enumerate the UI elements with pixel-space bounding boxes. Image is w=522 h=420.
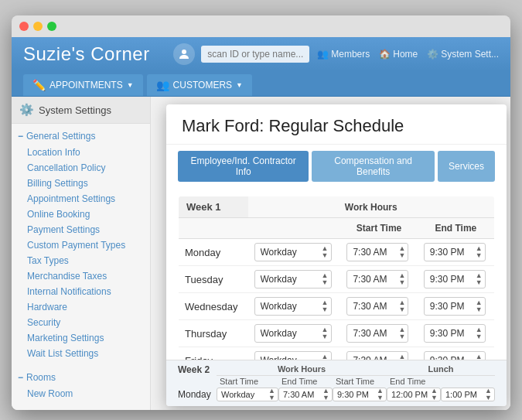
close-button[interactable] xyxy=(19,22,29,31)
friday-start-wrap: 7:30 AM ▲▼ xyxy=(346,351,408,360)
monday-label: Monday xyxy=(179,239,248,266)
sidebar-item-waitlist[interactable]: Wait List Settings xyxy=(12,346,150,361)
sidebar-item-appointment[interactable]: Appointment Settings xyxy=(12,191,150,207)
week2-end-cell: 9:30 PM ▲▼ xyxy=(333,387,387,402)
sidebar-item-notifications[interactable]: Internal Notifications xyxy=(12,284,150,299)
members-link[interactable]: 👥 Members xyxy=(317,49,370,60)
week2-bar: Week 2 Work Hours Lunch xyxy=(166,360,507,406)
week2-wh-start-header: Start Time xyxy=(217,376,278,388)
table-row: Wednesday Workday ▲▼ xyxy=(179,293,495,320)
maximize-button[interactable] xyxy=(47,22,56,31)
table-row: Tuesday Workday ▲▼ xyxy=(179,266,495,293)
gear-icon: ⚙️ xyxy=(19,103,34,117)
sidebar-item-marketing[interactable]: Marketing Settings xyxy=(12,330,150,346)
tuesday-end-wrap: 9:30 PM ▲▼ xyxy=(424,270,486,289)
week2-type-select[interactable]: Workday xyxy=(217,388,278,401)
thursday-end-select[interactable]: 9:30 PM xyxy=(424,324,486,343)
week2-start-select[interactable]: 7:30 AM xyxy=(278,388,333,401)
week2-lunch-start-select[interactable]: 12:00 PM xyxy=(387,388,441,401)
start-time-header: Start Time xyxy=(340,218,417,239)
sidebar-item-custom-payment[interactable]: Custom Payment Types xyxy=(12,237,150,253)
monday-start-wrap: 7:30 AM ▲▼ xyxy=(346,243,408,261)
thursday-type-wrap: Workday ▲▼ xyxy=(254,324,332,343)
modal-title: Mark Ford: Regular Schedule xyxy=(166,104,507,145)
sidebar-item-new-room[interactable]: New Room xyxy=(12,386,150,401)
sidebar-item-security[interactable]: Security xyxy=(12,315,150,330)
home-icon: 🏠 xyxy=(379,49,391,60)
wednesday-end-wrap: 9:30 PM ▲▼ xyxy=(424,297,486,316)
sidebar-equipment-section: − Equipment New Equipment xyxy=(12,405,150,410)
tab-employee-info[interactable]: Employee/Ind. Contractor Info xyxy=(178,151,309,182)
rooms-collapse-icon: − xyxy=(18,372,23,383)
sidebar-item-online-booking[interactable]: Online Booking xyxy=(12,207,150,222)
tuesday-end-select[interactable]: 9:30 PM xyxy=(424,270,486,289)
week2-type-wrap: Workday ▲▼ xyxy=(217,388,278,401)
week2-end-wrap: 9:30 PM ▲▼ xyxy=(333,388,387,401)
wednesday-start-select[interactable]: 7:30 AM xyxy=(346,297,408,316)
week2-start-cell: 7:30 AM ▲▼ xyxy=(278,387,333,402)
thursday-type-select[interactable]: Workday xyxy=(254,324,332,343)
friday-type-select[interactable]: Workday xyxy=(254,351,332,360)
tuesday-end-cell: 9:30 PM ▲▼ xyxy=(418,266,495,293)
tuesday-type-wrap: Workday ▲▼ xyxy=(254,270,332,289)
home-link[interactable]: 🏠 Home xyxy=(379,49,418,60)
system-settings-link[interactable]: ⚙️ System Sett... xyxy=(427,49,499,60)
browser-titlebar xyxy=(12,15,510,37)
minimize-button[interactable] xyxy=(33,22,43,31)
friday-type-wrap: Workday ▲▼ xyxy=(254,351,332,360)
browser-window: Suzie's Corner 👥 Members 🏠 Home xyxy=(12,15,510,410)
friday-end-wrap: 9:30 PM ▲▼ xyxy=(424,351,486,360)
sidebar-item-location[interactable]: Location Info xyxy=(12,145,150,160)
tab-compensation[interactable]: Compensation and Benefits xyxy=(312,151,435,182)
tab-services[interactable]: Services xyxy=(438,151,495,182)
week2-type-cell: Workday ▲▼ xyxy=(217,387,278,402)
tuesday-start-select[interactable]: 7:30 AM xyxy=(346,270,408,289)
sidebar-item-payment[interactable]: Payment Settings xyxy=(12,222,150,237)
week2-end-select[interactable]: 9:30 PM xyxy=(333,388,387,401)
wednesday-type-select[interactable]: Workday xyxy=(254,297,332,316)
sidebar-rooms-section: − Rooms New Room xyxy=(12,365,150,405)
thursday-start-select[interactable]: 7:30 AM xyxy=(346,324,408,343)
tuesday-type-select[interactable]: Workday xyxy=(254,270,332,289)
week2-lunch-end-header: End Time xyxy=(387,376,441,388)
sidebar-item-cancellation[interactable]: Cancellation Policy xyxy=(12,160,150,176)
monday-type-select[interactable]: Workday xyxy=(254,243,332,261)
week2-lunch-label: Lunch xyxy=(387,364,495,376)
customers-icon: 👥 xyxy=(156,79,169,91)
appointments-icon: ✏️ xyxy=(32,79,46,91)
members-icon: 👥 xyxy=(317,49,329,60)
monday-end-select[interactable]: 9:30 PM xyxy=(424,243,486,261)
week2-lunch-start-cell: 12:00 PM ▲▼ xyxy=(387,387,441,402)
top-bar: Suzie's Corner 👥 Members 🏠 Home xyxy=(12,37,510,71)
week2-lunch-start-wrap: 12:00 PM ▲▼ xyxy=(387,388,441,401)
week2-monday-label: Monday xyxy=(178,387,217,402)
week2-lunch-end-select[interactable]: 1:00 PM xyxy=(441,388,495,401)
customers-button[interactable]: 👥 CUSTOMERS ▼ xyxy=(147,74,252,96)
friday-start-select[interactable]: 7:30 AM xyxy=(346,351,408,360)
sidebar-equipment-header[interactable]: − Equipment xyxy=(12,409,150,410)
wednesday-start-wrap: 7:30 AM ▲▼ xyxy=(346,297,408,316)
sidebar-item-hardware[interactable]: Hardware xyxy=(12,299,150,315)
app-title: Suzie's Corner xyxy=(23,43,165,65)
week2-empty-col xyxy=(178,376,217,388)
week2-lunch-end-wrap: 1:00 PM ▲▼ xyxy=(441,388,495,401)
thursday-label: Thursday xyxy=(179,320,248,347)
traffic-lights xyxy=(19,22,56,31)
appointments-button[interactable]: ✏️ APPOINTMENTS ▼ xyxy=(23,74,143,96)
monday-end-cell: 9:30 PM ▲▼ xyxy=(418,239,495,266)
wednesday-type-cell: Workday ▲▼ xyxy=(248,293,341,320)
sidebar-general-header[interactable]: − General Settings xyxy=(12,128,150,145)
type-col-header xyxy=(248,218,341,239)
sidebar-rooms-header[interactable]: − Rooms xyxy=(12,369,150,386)
wednesday-end-select[interactable]: 9:30 PM xyxy=(424,297,486,316)
monday-start-select[interactable]: 7:30 AM xyxy=(346,243,408,261)
sidebar-item-billing[interactable]: Billing Settings xyxy=(12,176,150,191)
friday-end-select[interactable]: 9:30 PM xyxy=(424,351,486,360)
sidebar-item-merch-taxes[interactable]: Merchandise Taxes xyxy=(12,268,150,284)
wednesday-type-wrap: Workday ▲▼ xyxy=(254,297,332,316)
sidebar-header: ⚙️ System Settings xyxy=(12,97,150,124)
sidebar-item-tax-types[interactable]: Tax Types xyxy=(12,253,150,268)
schedule-container: Week 1 Work Hours Start Time xyxy=(166,188,507,360)
search-input[interactable] xyxy=(201,46,309,63)
work-hours-header: Work Hours xyxy=(248,196,495,218)
